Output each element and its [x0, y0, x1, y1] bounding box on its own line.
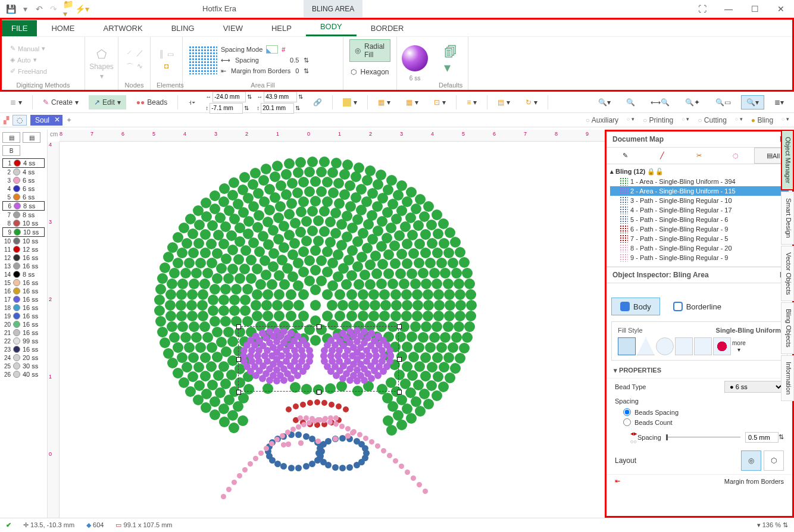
freehand-button[interactable]: ✐ FreeHand [8, 66, 49, 76]
fillstyle-option[interactable] [713, 337, 731, 355]
spinner-icon[interactable]: ⇅ [304, 57, 309, 64]
palette-row[interactable]: 78 ss [2, 211, 45, 219]
body-tab[interactable]: Body [611, 298, 660, 315]
minimize-icon[interactable]: — [715, 0, 742, 18]
manual-button[interactable]: ✎ Manual ▾ [8, 43, 49, 54]
palette-row[interactable]: 1916 ss [2, 312, 45, 320]
ribbon-tab-artwork[interactable]: ARTWORK [89, 20, 157, 36]
zoom-out[interactable]: ▾ [757, 521, 761, 528]
new-tab-icon[interactable]: ✦ [66, 116, 72, 124]
ribbon-tab-help[interactable]: HELP [257, 20, 306, 36]
curve-icon[interactable]: ⟋ [126, 48, 133, 58]
redo-icon[interactable]: ↷ [49, 4, 58, 14]
tree-item[interactable]: 1 - Area - Single-Bling Uniform - 394 [610, 177, 789, 186]
palette-row[interactable]: 2420 ss [2, 353, 45, 362]
undo-icon[interactable]: ↶ [35, 4, 44, 14]
ribbon-tab-border[interactable]: BORDER [357, 20, 418, 36]
side-tab-vector-objects[interactable]: Vector Objects [781, 246, 794, 302]
create-button[interactable]: ✎Create▾ [37, 95, 84, 109]
side-tab-bling-objects[interactable]: Bling Objects [781, 302, 794, 354]
palette-row[interactable]: 148 ss [2, 270, 45, 278]
fillstyle-option[interactable] [675, 337, 693, 355]
zoom-page-button[interactable]: 🔍▭ [710, 95, 736, 109]
zoom-sel-button[interactable]: 🔍✦ [680, 95, 705, 109]
arc-icon[interactable]: ⌒ [126, 62, 133, 72]
rect-icon[interactable]: ▭ [167, 50, 174, 58]
pal-thumb[interactable]: ▤ [2, 132, 20, 143]
palette-row[interactable]: 2640 ss [2, 370, 45, 378]
beads-spacing-radio[interactable] [623, 408, 631, 416]
design-canvas[interactable] [60, 142, 605, 518]
pal-thumb[interactable]: ▤ [23, 132, 40, 143]
side-tab-smart-design[interactable]: Smart Design [781, 192, 794, 245]
y-input[interactable] [210, 103, 243, 114]
zoom-fit-button[interactable]: 🔍 [621, 95, 640, 109]
list-view-button[interactable]: ≣▾ [769, 95, 789, 109]
ribbon-tab-bling[interactable]: BLING [157, 20, 209, 36]
palette-row[interactable]: 810 ss [2, 219, 45, 227]
tree-item[interactable]: 5 - Path - Single-Bling Regular - 6 [610, 215, 789, 224]
palette-row[interactable]: 1010 ss [2, 237, 45, 245]
ribbon-tab-file[interactable]: FILE [2, 20, 37, 36]
zoom-spinner[interactable]: ⇅ [783, 521, 788, 528]
layout-hex-option[interactable]: ⬡ [764, 450, 784, 471]
rotate-button[interactable]: ↻▾ [520, 95, 543, 109]
distribute-button[interactable]: ≡▾ [461, 95, 482, 109]
palette-row[interactable]: 910 ss [2, 227, 45, 237]
tree-item[interactable]: 9 - Path - Single-Bling Regular - 9 [610, 253, 789, 262]
folder-icon[interactable]: 📁▾ [63, 4, 73, 14]
w-input[interactable] [264, 92, 297, 102]
cat-auxiliary[interactable]: Auxiliary [586, 116, 618, 124]
palette-row[interactable]: 46 ss [2, 184, 45, 193]
palette-row[interactable]: 56 ss [2, 193, 45, 201]
fill-pattern-preview[interactable] [189, 46, 217, 74]
layers-button[interactable]: ≣▾ [5, 95, 27, 109]
resize-button[interactable]: ⊡▾ [429, 95, 451, 109]
borderline-tab[interactable]: Borderline [665, 298, 730, 315]
tree-item[interactable]: 6 - Path - Single-Bling Regular - 9 [610, 224, 789, 234]
hole-icon[interactable]: ◘ [164, 62, 168, 70]
spinner-icon[interactable]: ⇅ [304, 67, 309, 75]
order-button[interactable]: ▤▾ [492, 95, 515, 109]
fillstyle-option[interactable] [694, 337, 712, 355]
palette-row[interactable]: 2530 ss [2, 362, 45, 370]
properties-header[interactable]: ▾ PROPERTIES [607, 363, 792, 378]
radial-fill-button[interactable]: ◎Radial Fill [349, 39, 390, 62]
beads-count-radio[interactable] [623, 418, 631, 426]
defaults-icon[interactable]: 🗐▾ [444, 45, 457, 76]
close-icon[interactable]: ✕ [768, 0, 794, 18]
document-tab[interactable]: Soul✕ [30, 115, 62, 126]
bead-type-select[interactable]: ● 6 ss [724, 381, 784, 393]
arrange-button[interactable]: ▦▾ [373, 95, 396, 109]
beads-button[interactable]: ●●Beads [131, 95, 173, 109]
node-icon[interactable]: ∿ [137, 62, 143, 72]
ribbon-tab-body[interactable]: BODY [306, 18, 357, 36]
palette-row[interactable]: 14 ss [2, 158, 45, 168]
qat-dropdown[interactable]: ▾ [20, 4, 30, 14]
palette-row[interactable]: 1216 ss [2, 254, 45, 262]
lock-aspect[interactable]: 🔗 [308, 95, 327, 109]
close-tab-icon[interactable]: ✕ [54, 115, 60, 124]
edit-button[interactable]: ↗Edit▾ [89, 95, 126, 109]
align-button[interactable]: ⫞▾ [183, 95, 201, 109]
tree-item[interactable]: 3 - Path - Single-Bling Regular - 10 [610, 196, 789, 205]
tree-item[interactable]: 7 - Path - Single-Bling Regular - 5 [610, 234, 789, 243]
palette-row[interactable]: 1816 ss [2, 303, 45, 312]
filter-scissors[interactable]: ✂ [680, 148, 717, 164]
fillstyle-option[interactable] [618, 337, 636, 355]
split-icon[interactable]: ║ [159, 50, 164, 58]
save-icon[interactable]: 💾 [6, 4, 15, 14]
hexagon-button[interactable]: ⬡Hexagon [346, 65, 393, 79]
palette-row[interactable]: 2316 ss [2, 345, 45, 353]
layout-radial-option[interactable]: ◎ [741, 450, 761, 471]
palette-row[interactable]: 36 ss [2, 176, 45, 184]
bead-gem-icon[interactable] [402, 45, 428, 71]
fill-color-button[interactable]: ▾ [337, 95, 362, 109]
palette-row[interactable]: 1716 ss [2, 295, 45, 303]
auto-button[interactable]: ◈ Auto ▾ [8, 55, 49, 65]
cat-bling[interactable]: Bling [751, 116, 773, 124]
palette-row[interactable]: 1316 ss [2, 262, 45, 270]
tree-item[interactable]: 2 - Area - Single-Bling Uniform - 115 [610, 186, 789, 196]
filter-pencil[interactable]: ✎ [607, 148, 643, 164]
spinner-icon[interactable]: ⇅ [779, 433, 784, 441]
